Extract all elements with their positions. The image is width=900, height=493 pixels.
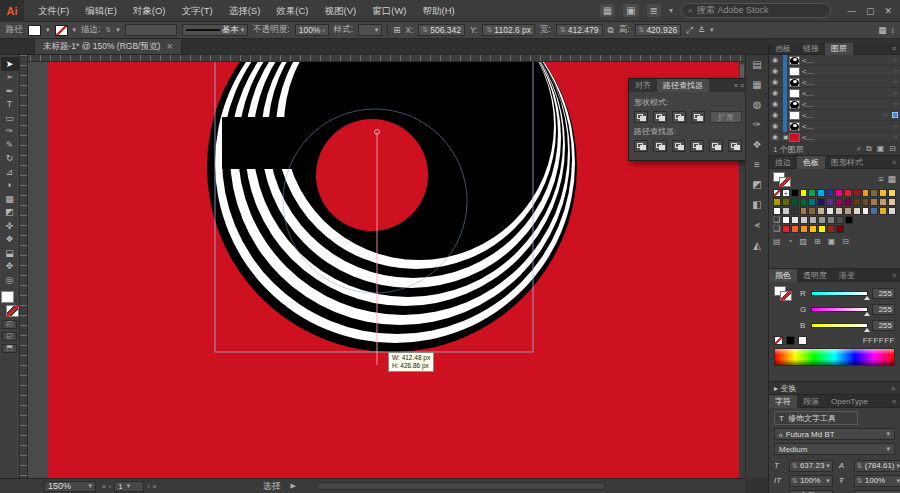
swatch[interactable] xyxy=(782,225,790,233)
target-circle-icon[interactable]: ○ xyxy=(890,90,900,96)
swatch[interactable] xyxy=(791,216,799,224)
fill-swatch[interactable] xyxy=(28,25,41,36)
scale-tool[interactable]: ⊿ xyxy=(1,165,19,179)
new-layer-icon[interactable]: ▣ xyxy=(877,144,885,154)
document-close-icon[interactable]: ✕ xyxy=(166,42,173,51)
shear-icon[interactable]: ⤢ xyxy=(686,25,693,36)
tab-图层[interactable]: 图层 xyxy=(825,43,853,55)
visibility-eye-icon[interactable]: ◉ xyxy=(769,111,781,119)
swatch[interactable] xyxy=(835,198,843,206)
layer-row[interactable]: ◉<...○ xyxy=(769,55,900,66)
toolbar-fill-stroke-proxy[interactable] xyxy=(1,291,19,317)
prev-artboard-icon[interactable]: ‹ xyxy=(109,483,111,490)
font-size-field-value[interactable]: ⇅637.23▾ xyxy=(789,460,833,472)
swatch[interactable] xyxy=(862,198,870,206)
grid-view-icon[interactable]: ▦ xyxy=(887,174,896,184)
slider-thumb[interactable] xyxy=(864,328,870,332)
swatch-registration[interactable]: + xyxy=(782,189,790,197)
tab-画板[interactable]: 画板 xyxy=(769,43,797,55)
minus-back-button[interactable] xyxy=(728,140,742,152)
rectangle-tool[interactable]: ▭ xyxy=(1,111,19,125)
style-dropdown[interactable]: ▾ xyxy=(358,24,382,36)
swatch[interactable] xyxy=(836,225,844,233)
y-input[interactable]: ⇅1102.6 px xyxy=(482,24,535,36)
transform-menu-icon[interactable]: ≡ xyxy=(891,385,895,392)
tab-颜色[interactable]: 颜色 xyxy=(769,269,797,282)
link-dimensions-icon[interactable]: ⧉ xyxy=(608,25,614,36)
swatch[interactable] xyxy=(808,198,816,206)
height-input[interactable]: ⇅420.926 xyxy=(635,24,682,36)
arrange-documents-icon[interactable]: ▣ xyxy=(623,4,638,17)
slider-thumb[interactable] xyxy=(864,312,870,316)
swatch[interactable] xyxy=(817,189,825,197)
artboards-icon[interactable]: ▦ xyxy=(752,79,761,90)
tab-menu-icon[interactable]: ≡ xyxy=(892,395,900,408)
font-size-field[interactable]: T⇅637.23▾ xyxy=(774,459,833,472)
v-scale-field[interactable]: IT⇅100%▾ xyxy=(774,474,833,487)
target-circle-icon[interactable]: ○ xyxy=(890,68,900,74)
swatch[interactable] xyxy=(800,189,808,197)
menu-V[interactable]: 视图(V) xyxy=(317,0,365,22)
pencil-tool[interactable]: ✎ xyxy=(1,138,19,152)
zoom-level-select[interactable]: 150%▾ xyxy=(44,481,96,492)
tab-menu-icon[interactable]: ≡ xyxy=(892,156,900,169)
minus-front-button[interactable] xyxy=(653,111,667,123)
fill-stroke-proxy[interactable] xyxy=(773,172,791,187)
width-input[interactable]: ⇅412.479 xyxy=(556,24,603,36)
paintbrush-tool[interactable]: ✑ xyxy=(1,125,19,139)
visibility-eye-icon[interactable]: ◉ xyxy=(769,67,781,75)
channel-slider[interactable] xyxy=(811,323,869,328)
target-circle-icon[interactable]: ○ xyxy=(890,134,900,140)
black-color-icon[interactable] xyxy=(786,336,795,345)
swatch[interactable] xyxy=(888,207,896,215)
swatch[interactable] xyxy=(853,189,861,197)
layer-row[interactable]: ◉<...○ xyxy=(769,88,900,99)
layer-row[interactable]: ◉<...○ xyxy=(769,121,900,132)
swatch[interactable] xyxy=(862,207,870,215)
eyedropper-tool[interactable]: ✜ xyxy=(1,219,19,233)
workspace-switcher-icon[interactable]: ≣ xyxy=(647,4,661,17)
swatch[interactable] xyxy=(844,207,852,215)
layer-row[interactable]: ◉<...○ xyxy=(769,99,900,110)
merge-button[interactable] xyxy=(672,140,686,152)
lock-icon[interactable]: ▣ xyxy=(783,132,787,143)
appearance-icon[interactable]: ◍ xyxy=(753,99,762,110)
workspace-caret-icon[interactable]: ▾ xyxy=(669,6,673,15)
swatch[interactable] xyxy=(879,189,887,197)
layer-row[interactable]: ◉▣<...○ xyxy=(769,132,900,143)
divide-button[interactable] xyxy=(634,140,648,152)
transparency-icon[interactable]: ◧ xyxy=(752,199,761,210)
font-style-select[interactable]: Medium ▾ xyxy=(774,443,895,455)
swatch[interactable] xyxy=(800,216,808,224)
swatch[interactable] xyxy=(817,207,825,215)
target-circle-icon[interactable]: ○ xyxy=(880,112,890,118)
layer-row[interactable]: ◉<...○ xyxy=(769,66,900,77)
visibility-eye-icon[interactable]: ◉ xyxy=(769,89,781,97)
tab-OpenType[interactable]: OpenType xyxy=(825,395,874,408)
tab-图形样式[interactable]: 图形样式 xyxy=(825,156,869,169)
swatch[interactable] xyxy=(818,225,826,233)
target-circle-icon[interactable]: ○ xyxy=(890,123,900,129)
tracking-field-value[interactable]: ⇅0▾ xyxy=(854,490,900,493)
tab-色板[interactable]: 色板 xyxy=(797,156,825,169)
h-scale-field-value[interactable]: ⇅100%▾ xyxy=(854,475,900,487)
color-fill-stroke-proxy[interactable] xyxy=(774,286,792,301)
swatch[interactable] xyxy=(782,207,790,215)
swatch[interactable] xyxy=(853,198,861,206)
font-family-select[interactable]: ℴ Futura Md BT ▾ xyxy=(774,428,895,440)
outline-button[interactable] xyxy=(709,140,723,152)
stroke-stepper[interactable]: ⇅ xyxy=(105,26,111,34)
v-scale-field-value[interactable]: ⇅100%▾ xyxy=(789,475,833,487)
menu-F[interactable]: 文件(F) xyxy=(30,0,77,22)
visibility-eye-icon[interactable]: ◉ xyxy=(769,56,781,64)
mesh-tool[interactable]: ▦ xyxy=(1,192,19,206)
exclude-button[interactable] xyxy=(691,111,705,123)
stock-search-input[interactable]: ⌕ 搜索 Adobe Stock xyxy=(681,3,831,18)
color-themes-icon[interactable]: ◔ xyxy=(788,237,793,246)
swatch[interactable] xyxy=(836,216,844,224)
swatch[interactable] xyxy=(800,225,808,233)
swatch[interactable] xyxy=(826,189,834,197)
last-artboard-icon[interactable]: » xyxy=(153,483,157,490)
swatch[interactable] xyxy=(826,207,834,215)
symbols-icon[interactable]: ❖ xyxy=(753,139,762,150)
